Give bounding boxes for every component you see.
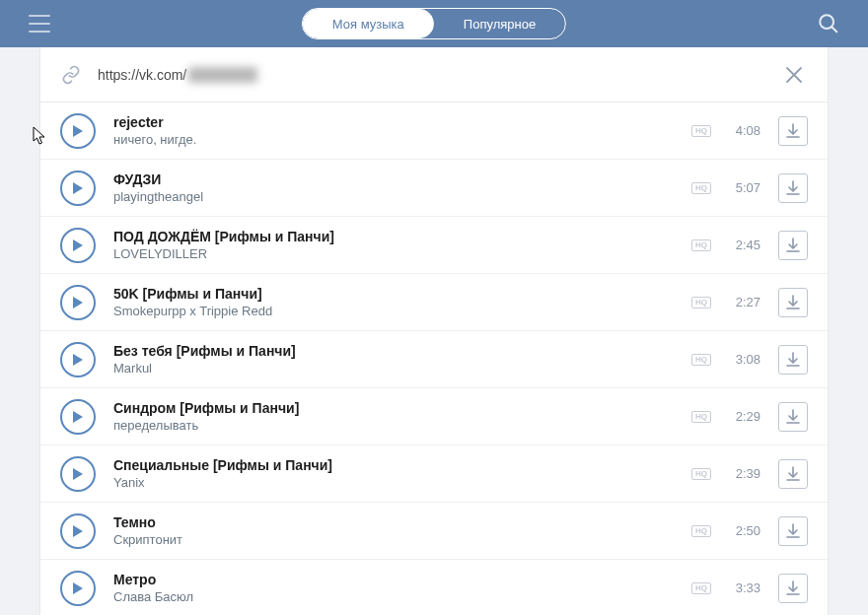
track-list: rejecterничего, нигде.HQ4:08ФУДЗИplaying… (40, 102, 828, 615)
download-icon (785, 581, 801, 596)
search-button[interactable] (809, 4, 848, 43)
download-button[interactable] (778, 574, 808, 603)
menu-button[interactable] (20, 4, 59, 43)
download-button[interactable] (778, 288, 808, 317)
play-icon (72, 467, 84, 481)
play-button[interactable] (60, 513, 96, 549)
download-button[interactable] (778, 231, 808, 260)
download-button[interactable] (778, 173, 808, 203)
download-icon (785, 295, 801, 310)
track-info: 50K [Рифмы и Панчи]Smokepurpp x Trippie … (113, 285, 691, 319)
hamburger-icon (29, 15, 50, 33)
track-artist: Слава Басюл (113, 588, 691, 605)
track-artist: Markul (113, 360, 691, 376)
track-duration: 2:45 (721, 238, 760, 252)
play-icon (72, 239, 84, 252)
hq-badge: HQ (691, 297, 711, 308)
play-button[interactable] (60, 113, 96, 149)
track-title: Специальные [Рифмы и Панчи] (113, 456, 691, 474)
track-duration: 3:08 (721, 352, 760, 367)
play-icon (72, 410, 84, 424)
play-icon (72, 181, 84, 195)
app-header: Моя музыка Популярное (0, 0, 868, 47)
tab-my-music[interactable]: Моя музыка (303, 9, 434, 38)
play-icon (72, 296, 84, 309)
track-info: Синдром [Рифмы и Панчи]переделывать (113, 399, 691, 434)
download-icon (785, 409, 801, 425)
url-bar: https://vk.com/ (40, 47, 828, 102)
track-duration: 2:50 (721, 523, 760, 538)
track-duration: 3:33 (721, 581, 760, 595)
track-info: ПОД ДОЖДЁМ [Рифмы и Панчи]LOVELYDILLER (113, 228, 691, 262)
track-artist: ничего, нигде. (113, 131, 691, 148)
track-duration: 4:08 (721, 123, 760, 138)
download-icon (785, 352, 801, 368)
close-icon (785, 66, 803, 84)
track-info: Специальные [Рифмы и Панчи]Yanix (113, 456, 691, 491)
play-button[interactable] (60, 342, 96, 377)
track-row: ПОД ДОЖДЁМ [Рифмы и Панчи]LOVELYDILLERHQ… (40, 217, 828, 274)
play-button[interactable] (60, 571, 96, 606)
download-icon (785, 238, 801, 253)
track-artist: playingtheangel (113, 188, 691, 205)
track-row: rejecterничего, нигде.HQ4:08 (40, 102, 828, 160)
track-title: rejecter (113, 113, 691, 131)
hq-badge: HQ (691, 182, 711, 194)
track-info: ТемноСкриптонит (113, 513, 691, 548)
play-button[interactable] (60, 228, 96, 263)
download-button[interactable] (778, 402, 808, 432)
track-title: Темно (113, 513, 691, 531)
play-button[interactable] (60, 456, 96, 492)
track-title: ПОД ДОЖДЁМ [Рифмы и Панчи] (113, 228, 691, 245)
play-icon (72, 124, 84, 138)
track-title: Синдром [Рифмы и Панчи] (113, 399, 691, 417)
track-artist: переделывать (113, 417, 691, 434)
url-obscured (188, 67, 257, 83)
hq-badge: HQ (691, 468, 711, 480)
play-button[interactable] (60, 285, 96, 320)
url-text[interactable]: https://vk.com/ (98, 67, 186, 83)
track-artist: Скриптонит (113, 531, 691, 548)
track-info: rejecterничего, нигде. (113, 113, 691, 148)
track-row: МетроСлава БасюлHQ3:33 (40, 560, 828, 615)
track-artist: LOVELYDILLER (113, 245, 691, 262)
hq-badge: HQ (691, 354, 711, 366)
download-icon (785, 180, 801, 196)
track-title: Без тебя [Рифмы и Панчи] (113, 342, 691, 360)
track-artist: Smokepurpp x Trippie Redd (113, 303, 691, 319)
hq-badge: HQ (691, 525, 711, 537)
play-icon (72, 524, 84, 538)
track-row: Специальные [Рифмы и Панчи]YanixHQ2:39 (40, 445, 828, 503)
track-row: Синдром [Рифмы и Панчи]переделыватьHQ2:2… (40, 388, 828, 445)
tab-popular[interactable]: Популярное (434, 9, 565, 38)
hq-badge: HQ (691, 411, 711, 423)
search-icon (818, 13, 839, 34)
track-row: ФУДЗИplayingtheangelHQ5:07 (40, 160, 828, 217)
link-icon (60, 64, 82, 86)
hq-badge: HQ (691, 582, 711, 594)
play-button[interactable] (60, 399, 96, 435)
download-button[interactable] (778, 459, 808, 489)
track-title: Метро (113, 571, 691, 588)
track-info: Без тебя [Рифмы и Панчи]Markul (113, 342, 691, 376)
track-row: ТемноСкриптонитHQ2:50 (40, 503, 828, 560)
download-button[interactable] (778, 116, 808, 146)
download-button[interactable] (778, 345, 808, 375)
track-duration: 2:27 (721, 295, 760, 309)
track-row: 50K [Рифмы и Панчи]Smokepurpp x Trippie … (40, 274, 828, 331)
track-artist: Yanix (113, 474, 691, 491)
play-button[interactable] (60, 171, 96, 206)
clear-button[interactable] (780, 61, 808, 89)
content-panel: https://vk.com/ rejecterничего, нигде.HQ… (39, 47, 829, 615)
track-row: Без тебя [Рифмы и Панчи]MarkulHQ3:08 (40, 331, 828, 388)
track-title: ФУДЗИ (113, 171, 691, 188)
play-icon (72, 353, 84, 367)
track-title: 50K [Рифмы и Панчи] (113, 285, 691, 303)
download-button[interactable] (778, 516, 808, 546)
download-icon (785, 466, 801, 482)
hq-badge: HQ (691, 239, 711, 251)
hq-badge: HQ (691, 125, 711, 137)
track-info: ФУДЗИplayingtheangel (113, 171, 691, 205)
download-icon (785, 123, 801, 139)
download-icon (785, 523, 801, 539)
